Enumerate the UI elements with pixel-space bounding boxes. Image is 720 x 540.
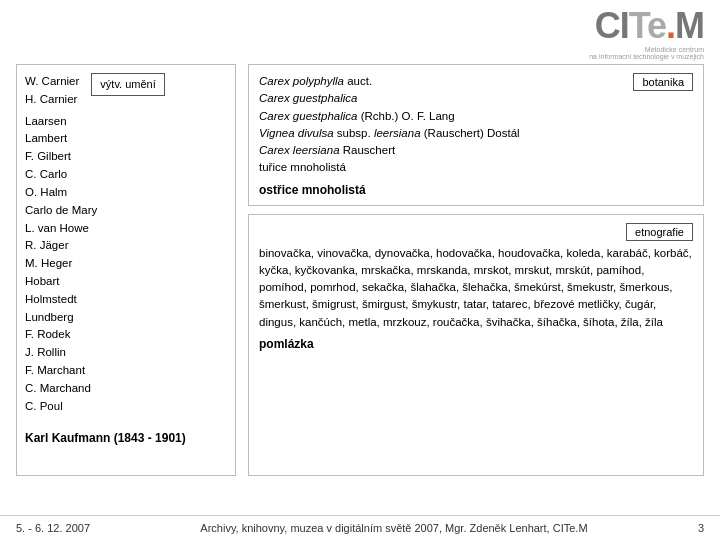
footer-date: 5. - 6. 12. 2007 <box>16 522 90 534</box>
name-list: Laarsen Lambert F. Gilbert C. Carlo O. H… <box>25 113 227 423</box>
botanika-box: Carex polyphylla auct. Carex guestphalic… <box>248 64 704 206</box>
main-content: W. Carnier H. Carnier výtv. umění Laarse… <box>0 60 720 480</box>
list-item: Carex leersiana Rauschert <box>259 142 520 159</box>
list-item: O. Halm <box>25 184 227 202</box>
botanika-content: Carex polyphylla auct. Carex guestphalic… <box>259 73 520 177</box>
botanika-box-header: Carex polyphylla auct. Carex guestphalic… <box>259 73 693 177</box>
list-item: Lambert <box>25 130 227 148</box>
list-item: C. Poul <box>25 398 227 416</box>
logo: CITe.M <box>595 8 704 44</box>
list-item: R. Jäger <box>25 237 227 255</box>
vytv-umeni-badge: výtv. umění <box>91 73 164 96</box>
list-item: M. Heger <box>25 255 227 273</box>
list-item: W. Carnier <box>25 73 79 91</box>
list-item: L. van Howe <box>25 220 227 238</box>
ostrice-label: ostřice mnoholistá <box>259 183 693 197</box>
etnografie-box-header: etnografie <box>259 223 693 241</box>
list-item: Carlo de Mary <box>25 202 227 220</box>
list-item: Laarsen <box>25 113 227 131</box>
list-item: C. Carlo <box>25 166 227 184</box>
botanika-badge: botanika <box>633 73 693 91</box>
etnografie-box: etnografie binovačka, vinovačka, dynovač… <box>248 214 704 477</box>
badge-row: W. Carnier H. Carnier výtv. umění <box>25 73 227 109</box>
list-item: Vignea divulsa subsp. leersiana (Rausche… <box>259 125 520 142</box>
first-names: W. Carnier H. Carnier <box>25 73 79 109</box>
footer-info: Archivy, knihovny, muzea v digitálním sv… <box>200 522 587 534</box>
etnografie-content: binovačka, vinovačka, dynovačka, hodovač… <box>259 245 693 331</box>
logo-area: CITe.M Metodicke centrum na informacni t… <box>589 8 704 60</box>
etnografie-badge: etnografie <box>626 223 693 241</box>
list-item: tuřice mnoholistá <box>259 159 520 176</box>
right-panel: Carex polyphylla auct. Carex guestphalic… <box>248 64 704 476</box>
list-item: Holmstedt <box>25 291 227 309</box>
list-item: Lundberg <box>25 309 227 327</box>
list-item: F. Marchant <box>25 362 227 380</box>
list-item: F. Rodek <box>25 326 227 344</box>
header: CITe.M Metodicke centrum na informacni t… <box>0 0 720 60</box>
list-item: Carex guestphalica (Rchb.) O. F. Lang <box>259 108 520 125</box>
list-item: Carex polyphylla auct. <box>259 73 520 90</box>
left-panel: W. Carnier H. Carnier výtv. umění Laarse… <box>16 64 236 476</box>
list-item: Carex guestphalica <box>259 90 520 107</box>
pomlazka-label: pomlázka <box>259 337 693 351</box>
list-item: H. Carnier <box>25 91 79 109</box>
list-item: J. Rollin <box>25 344 227 362</box>
list-item: C. Marchand <box>25 380 227 398</box>
footer-page: 3 <box>698 522 704 534</box>
list-item: Hobart <box>25 273 227 291</box>
tagline: Metodicke centrum na informacni technolo… <box>589 46 704 60</box>
list-item: F. Gilbert <box>25 148 227 166</box>
author-title: Karl Kaufmann (1843 - 1901) <box>25 429 227 448</box>
footer: 5. - 6. 12. 2007 Archivy, knihovny, muze… <box>0 515 720 540</box>
